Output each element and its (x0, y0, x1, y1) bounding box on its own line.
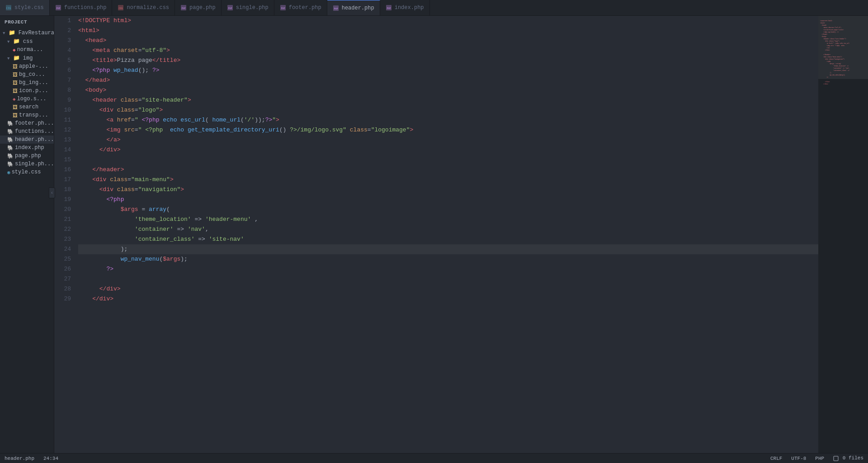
status-language[interactable]: PHP (815, 456, 824, 461)
normalize-file-icon: CSS (118, 5, 124, 11)
svg-icon: ◈ (13, 96, 16, 102)
code-line-13: </a> (78, 135, 818, 145)
img-icon: 🖼 (13, 80, 18, 86)
status-line-ending[interactable]: CRLF (770, 456, 782, 461)
code-line-24: ); (78, 244, 818, 254)
code-line-28: </div> (78, 284, 818, 294)
img-icon: 🖼 (13, 112, 18, 118)
svg-text:CSS: CSS (6, 6, 11, 9)
sidebar-item-icon[interactable]: 🖼 icon.p... (0, 87, 54, 95)
code-line-27 (78, 274, 818, 284)
tab-bar: CSS style.css PHP functions.php CSS norm… (0, 0, 868, 16)
sidebar-item-logo[interactable]: ◈ logo.s... (0, 95, 54, 103)
status-cursor: 24:34 (43, 456, 58, 461)
php-file-icon3: PHP (227, 5, 233, 11)
code-line-18: <div class="navigation"> (78, 185, 818, 195)
sidebar-item-css[interactable]: ▼ 📁 css (0, 37, 54, 46)
sidebar-tree[interactable]: ▼ 📁 FavRestaurant ▼ 📁 css ◆ norma... (0, 28, 54, 453)
sidebar-item-img[interactable]: ▼ 📁 img (0, 54, 54, 62)
php-icon: 🐘 (7, 161, 14, 167)
php-file-icon4: PHP (280, 5, 286, 11)
sidebar-toggle-button[interactable]: ‹ (49, 187, 55, 198)
folder-icon: 📁 (9, 30, 15, 36)
tab-header-php[interactable]: PHP header.php (327, 0, 380, 15)
arrow-icon: ▼ (7, 56, 9, 61)
sidebar-item-header-php[interactable]: 🐘 header.ph... (0, 136, 54, 144)
code-line-19: <?php (78, 195, 818, 205)
code-line-10: <div class="logo"> (78, 105, 818, 115)
tab-style-css[interactable]: CSS style.css (0, 0, 50, 15)
tab-single-php[interactable]: PHP single.php (222, 0, 274, 15)
tab-footer-php[interactable]: PHP footer.php (274, 0, 327, 15)
tab-normalize-css[interactable]: CSS normalize.css (112, 0, 175, 15)
svg-text:PHP: PHP (334, 7, 338, 10)
sidebar-item-page-php[interactable]: 🐘 page.php (0, 152, 54, 160)
sidebar-item-transp[interactable]: 🖼 transp... (0, 111, 54, 119)
sidebar-item-normalize[interactable]: ◆ norma... (0, 46, 54, 54)
php-icon: 🐘 (7, 121, 14, 126)
sidebar-item-style-css[interactable]: ◉ style.css (0, 168, 54, 176)
code-line-12: <img src=" <?php echo get_template_direc… (78, 125, 818, 135)
tab-index-php[interactable]: PHP index.php (380, 0, 430, 15)
folder-icon: 📁 (13, 55, 20, 61)
code-line-3: <head> (78, 36, 818, 46)
code-line-15 (78, 155, 818, 165)
php-file-icon6: PHP (386, 5, 392, 11)
sidebar-item-index-php[interactable]: 🐘 index.php (0, 144, 54, 152)
code-line-22: 'container' => 'nav', (78, 224, 818, 234)
php-file-icon5: PHP (333, 5, 339, 11)
status-encoding[interactable]: UTF-8 (791, 456, 806, 461)
sidebar-item-functions-php[interactable]: 🐘 functions... (0, 127, 54, 136)
img-icon: 🖼 (13, 88, 18, 94)
code-line-7: </head> (78, 75, 818, 85)
sidebar-title: Project (0, 16, 54, 28)
line-numbers: 12345 678910 1112131415 1617181920 21222… (54, 16, 75, 453)
img-icon: 🖼 (13, 104, 18, 110)
file-icon (833, 456, 839, 461)
status-bar-right: CRLF UTF-8 PHP 0 files (770, 455, 863, 461)
php-file-icon: PHP (55, 5, 61, 11)
sidebar-item-apple[interactable]: 🖼 apple-... (0, 62, 54, 70)
svg-text:PHP: PHP (182, 7, 186, 9)
sidebar-item-bg-ing[interactable]: 🖼 bg_ing... (0, 79, 54, 87)
code-line-4: <meta charset="utf-8"> (78, 46, 818, 56)
php-icon: 🐘 (7, 153, 14, 159)
code-line-5: <title>Pizza page</title> (78, 56, 818, 65)
php-icon: 🐘 (7, 145, 14, 151)
code-line-29: </div> (78, 294, 818, 304)
code-line-21: 'theme_location' => 'header-menu' , (78, 215, 818, 224)
sidebar-item-footer-php[interactable]: 🐘 footer.ph... (0, 119, 54, 127)
status-bar-left: header.php 24:34 (5, 456, 58, 461)
tab-functions-php[interactable]: PHP functions.php (50, 0, 113, 15)
code-line-1: <!DOCTYPE html> (78, 16, 818, 26)
folder-icon: 📁 (13, 38, 20, 45)
minimap-content: <!DOCTYPE html> <html> <head> <meta char… (818, 16, 868, 89)
code-container[interactable]: 12345 678910 1112131415 1617181920 21222… (54, 16, 868, 453)
editor-area: 12345 678910 1112131415 1617181920 21222… (54, 16, 868, 453)
arrow-icon: ▼ (3, 31, 5, 36)
code-editor[interactable]: <!DOCTYPE html> <html> <head> <meta char… (75, 16, 818, 453)
svg-text:PHP: PHP (387, 7, 391, 9)
tab-page-php[interactable]: PHP page.php (175, 0, 222, 15)
minimap: <!DOCTYPE html> <html> <head> <meta char… (818, 16, 868, 453)
svg-text:PHP: PHP (56, 7, 60, 9)
status-filename: header.php (5, 456, 34, 461)
svg-text:PHP: PHP (228, 7, 232, 9)
normalize-icon: ◆ (13, 47, 16, 53)
code-line-20: $args = array( (78, 205, 818, 215)
sidebar-item-bg-co[interactable]: 🖼 bg_co... (0, 70, 54, 79)
svg-text:PHP: PHP (281, 7, 285, 9)
code-line-26: ?> (78, 264, 818, 274)
code-line-30 (78, 304, 818, 314)
code-line-25: wp_nav_menu($args); (78, 254, 818, 264)
sidebar-item-single-php[interactable]: 🐘 single.ph... (0, 160, 54, 168)
php-icon: 🐘 (7, 129, 14, 135)
sidebar-item-search[interactable]: 🖼 search (0, 103, 54, 111)
status-files-count: 0 files (833, 455, 863, 461)
sidebar-item-favrestaurant[interactable]: ▼ 📁 FavRestaurant (0, 28, 54, 37)
svg-text:CSS: CSS (119, 7, 123, 9)
css-icon: ◉ (7, 169, 10, 175)
status-bar: header.php 24:34 CRLF UTF-8 PHP 0 files (0, 453, 868, 463)
code-line-16: </header> (78, 165, 818, 175)
img-icon: 🖼 (13, 72, 18, 78)
